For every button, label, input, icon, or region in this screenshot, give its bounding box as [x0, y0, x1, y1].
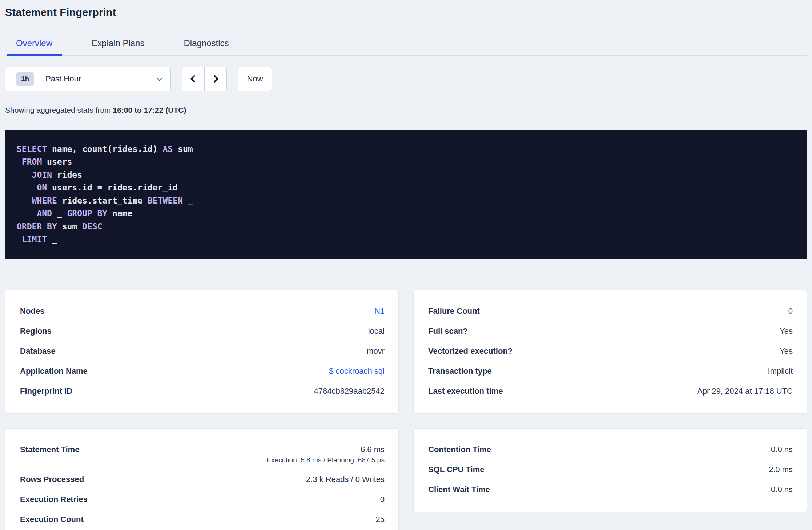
- stat-value: local: [368, 326, 385, 336]
- stat-row: Contention Time0.0 ns: [428, 439, 793, 459]
- stat-value-wrap: $ cockroach sql: [329, 366, 385, 376]
- sql-line: AND _ GROUP BY name: [17, 207, 795, 220]
- sql-line: WHERE rides.start_time BETWEEN _: [17, 194, 795, 208]
- tab-diagnostics[interactable]: Diagnostics: [174, 35, 238, 56]
- stat-value: 2.0 ms: [769, 465, 793, 474]
- tab-explain-plans[interactable]: Explain Plans: [82, 35, 154, 56]
- sql-line: LIMIT _: [17, 233, 795, 246]
- summary-cards: NodesN1RegionslocalDatabasemovrApplicati…: [5, 290, 807, 530]
- stat-row: Databasemovr: [20, 341, 385, 361]
- time-toolbar: 1h Past Hour Now: [5, 67, 807, 91]
- stat-value-wrap: 0: [788, 306, 793, 316]
- stat-value-wrap: 0: [380, 494, 385, 504]
- stat-label: Full scan?: [428, 326, 468, 336]
- stat-row: Statement Time6.6 msExecution: 5.8 ms / …: [20, 439, 385, 469]
- statement-timing-card: Statement Time6.6 msExecution: 5.8 ms / …: [5, 428, 399, 530]
- stat-row: Regionslocal: [20, 321, 385, 341]
- stat-row: Vectorized execution?Yes: [428, 341, 793, 361]
- stat-label: Last execution time: [428, 386, 503, 396]
- stat-label: Contention Time: [428, 445, 491, 454]
- stat-label: Application Name: [20, 366, 88, 376]
- stat-row: NodesN1: [20, 301, 385, 321]
- statement-details-card: NodesN1RegionslocalDatabasemovrApplicati…: [5, 290, 399, 414]
- stat-value-wrap: movr: [367, 346, 385, 356]
- sql-line: FROM users: [17, 156, 795, 169]
- stat-row: Execution Count25: [20, 509, 385, 529]
- stat-value-wrap: Yes: [780, 346, 793, 356]
- tab-bar: Overview Explain Plans Diagnostics: [5, 35, 807, 56]
- stat-value-wrap: 0.0 ns: [771, 445, 793, 454]
- stat-value-wrap: 2.3 k Reads / 0 Writes: [306, 474, 385, 484]
- stat-value: 0: [380, 494, 385, 504]
- stat-row: Fingerprint ID4784cb829aab2542: [20, 381, 385, 401]
- stat-value: 0.0 ns: [771, 445, 793, 454]
- stat-value-wrap: 0.0 ns: [771, 485, 793, 494]
- stat-row: SQL CPU Time2.0 ms: [428, 459, 793, 479]
- stat-value: Implicit: [768, 366, 793, 376]
- tab-overview[interactable]: Overview: [7, 35, 62, 56]
- stat-row: Full scan?Yes: [428, 321, 793, 341]
- stat-label: Execution Retries: [20, 494, 88, 504]
- stat-value-wrap: 25: [376, 514, 385, 524]
- sql-line: SELECT name, count(rides.id) AS sum: [17, 143, 795, 156]
- stat-value: 25: [376, 514, 385, 524]
- stat-value-wrap: 4784cb829aab2542: [314, 386, 385, 396]
- interval-badge: 1h: [16, 72, 34, 86]
- stat-label: SQL CPU Time: [428, 465, 484, 474]
- stat-label: Database: [20, 346, 56, 356]
- statement-fingerprint-page: Statement Fingerprint Overview Explain P…: [0, 0, 812, 530]
- stat-value-wrap: N1: [374, 306, 385, 316]
- stat-value: Apr 29, 2024 at 17:18 UTC: [697, 386, 793, 396]
- sql-statement-box: SELECT name, count(rides.id) AS sum FROM…: [5, 130, 807, 259]
- chevron-left-icon: [190, 75, 198, 83]
- stat-label: Transaction type: [428, 366, 492, 376]
- stat-row: Failure Count0: [428, 301, 793, 321]
- stat-label: Statement Time: [20, 445, 79, 454]
- stat-label: Rows Processed: [20, 474, 84, 484]
- stat-value: Yes: [780, 346, 793, 356]
- page-title: Statement Fingerprint: [5, 7, 807, 19]
- stats-line-range: 16:00 to 17:22 (UTC): [113, 106, 186, 114]
- stat-value: movr: [367, 346, 385, 356]
- stat-subvalue: Execution: 5.8 ms / Planning: 687.5 µs: [266, 456, 385, 464]
- stat-value: 0.0 ns: [771, 485, 793, 494]
- previous-interval-button[interactable]: [182, 67, 204, 91]
- stat-value-link[interactable]: N1: [374, 306, 385, 316]
- time-range-dropdown[interactable]: 1h Past Hour: [5, 67, 171, 91]
- next-interval-button[interactable]: [204, 67, 226, 91]
- time-range-label: Past Hour: [45, 74, 157, 84]
- sql-line: ON users.id = rides.rider_id: [17, 181, 795, 194]
- stat-label: Vectorized execution?: [428, 346, 512, 356]
- stat-label: Execution Count: [20, 514, 84, 524]
- stat-value-wrap: local: [368, 326, 385, 336]
- sql-line: JOIN rides: [17, 169, 795, 182]
- sql-line: ORDER BY sum DESC: [17, 220, 795, 233]
- stat-value: 0: [788, 306, 793, 316]
- stat-label: Fingerprint ID: [20, 386, 72, 396]
- sql-code: SELECT name, count(rides.id) AS sum FROM…: [17, 143, 795, 246]
- stat-label: Client Wait Time: [428, 485, 490, 494]
- stat-row: Application Name$ cockroach sql: [20, 361, 385, 381]
- chevron-right-icon: [211, 75, 218, 83]
- stats-line-prefix: Showing aggregated stats from: [5, 106, 113, 114]
- stat-value-wrap: 2.0 ms: [769, 465, 793, 474]
- now-button[interactable]: Now: [238, 67, 272, 91]
- stat-label: Regions: [20, 326, 52, 336]
- aggregated-stats-line: Showing aggregated stats from 16:00 to 1…: [5, 106, 807, 115]
- stat-value-link[interactable]: $ cockroach sql: [329, 366, 385, 376]
- stat-label: Nodes: [20, 306, 44, 316]
- stat-value: Yes: [780, 326, 793, 336]
- chevron-down-icon: [157, 75, 163, 81]
- stat-row: Transaction typeImplicit: [428, 361, 793, 381]
- stat-value: 4784cb829aab2542: [314, 386, 385, 396]
- execution-attributes-card: Failure Count0Full scan?YesVectorized ex…: [413, 290, 807, 414]
- stat-value-wrap: Yes: [780, 326, 793, 336]
- stat-row: Execution Retries0: [20, 489, 385, 509]
- stat-value: 6.6 ms: [266, 445, 385, 454]
- stat-value-wrap: Apr 29, 2024 at 17:18 UTC: [697, 386, 793, 396]
- stat-value-wrap: 6.6 msExecution: 5.8 ms / Planning: 687.…: [266, 445, 385, 464]
- stat-row: Rows Processed2.3 k Reads / 0 Writes: [20, 469, 385, 489]
- stat-label: Failure Count: [428, 306, 480, 316]
- stat-value: 2.3 k Reads / 0 Writes: [306, 474, 385, 484]
- stat-row: Last execution timeApr 29, 2024 at 17:18…: [428, 381, 793, 401]
